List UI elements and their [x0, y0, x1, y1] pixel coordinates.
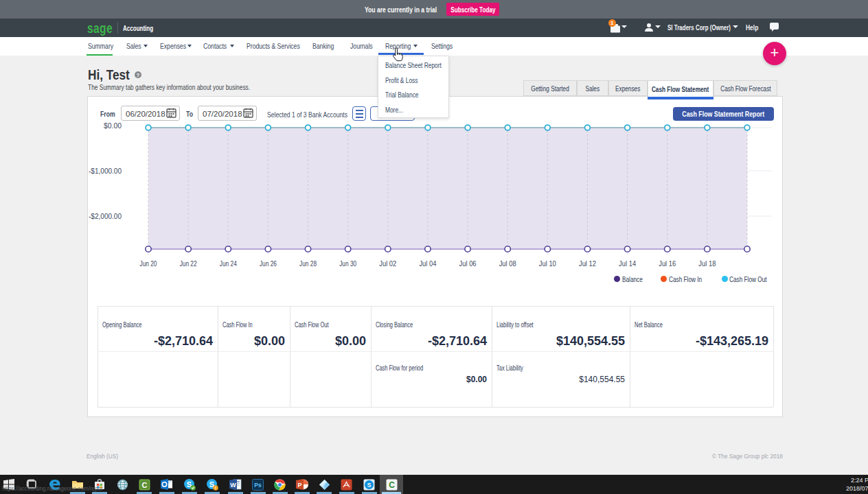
svg-text:Jul 02: Jul 02: [379, 259, 396, 268]
svg-text:C: C: [142, 481, 148, 489]
svg-text:Jul 14: Jul 14: [619, 259, 636, 268]
svg-text:Ps: Ps: [254, 482, 262, 489]
svg-text:C: C: [389, 480, 395, 490]
svg-text:W: W: [230, 482, 236, 489]
svg-text:Jun 24: Jun 24: [220, 259, 237, 268]
svg-text:Jul 08: Jul 08: [499, 259, 516, 268]
svg-text:Jun 30: Jun 30: [339, 259, 356, 268]
svg-text:Jul 18: Jul 18: [698, 259, 716, 268]
svg-text:Jun 28: Jun 28: [299, 259, 317, 268]
svg-text:$0.00: $0.00: [104, 121, 122, 130]
svg-text:Jul 04: Jul 04: [419, 259, 436, 268]
svg-text:!: !: [215, 486, 216, 490]
svg-text:Jul 10: Jul 10: [539, 259, 556, 268]
svg-text:Jun 20: Jun 20: [140, 259, 157, 268]
svg-text:Jul 12: Jul 12: [579, 259, 596, 268]
svg-text:P: P: [297, 482, 301, 489]
svg-text:-$1,000.00: -$1,000.00: [89, 167, 122, 175]
svg-text:-$2,000.00: -$2,000.00: [89, 212, 122, 220]
svg-text:Jun 22: Jun 22: [180, 259, 197, 268]
svg-text:S: S: [367, 482, 371, 489]
svg-text:Jun 26: Jun 26: [260, 259, 277, 268]
svg-text:Jul 06: Jul 06: [459, 259, 477, 268]
svg-text:Jul 16: Jul 16: [659, 259, 676, 268]
